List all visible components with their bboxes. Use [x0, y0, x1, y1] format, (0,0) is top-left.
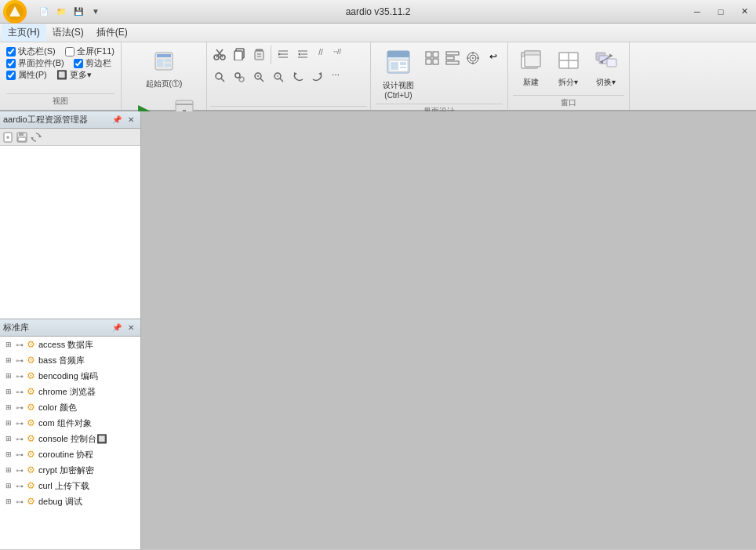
stdlib-item-com[interactable]: ⊞ ⊶ ⚙ com 组件对象 [0, 415, 140, 431]
svg-rect-48 [400, 67, 406, 68]
more-view-btn[interactable]: 🔲 更多▾ [56, 69, 92, 81]
resource-panel-controls: 📌 ✕ [111, 114, 137, 126]
search-button[interactable] [210, 68, 229, 88]
resource-panel-close[interactable]: ✕ [125, 114, 137, 126]
cut-button[interactable] [210, 46, 229, 65]
expand-icon-curl[interactable]: ⊞ [3, 480, 14, 491]
outdent-button[interactable] [293, 46, 312, 65]
stdlib-item-bass[interactable]: ⊞ ⊶ ⚙ bass 音频库 [0, 352, 140, 368]
props-checkbox[interactable]: 属性(P) [6, 69, 47, 81]
svg-rect-6 [165, 64, 171, 67]
svg-rect-3 [157, 54, 171, 57]
expand-icon-crypt[interactable]: ⊞ [3, 464, 14, 475]
expand-icon-bencoding[interactable]: ⊞ [3, 370, 14, 381]
redo-button[interactable] [308, 68, 327, 88]
resource-panel-header: aardio工程资源管理器 📌 ✕ [0, 111, 140, 129]
design-view-button[interactable]: 设计视图(Ctrl+U) [376, 46, 421, 104]
minimize-button[interactable]: ─ [685, 0, 709, 24]
target-icon [466, 51, 480, 67]
statusbar-check-input[interactable] [6, 47, 16, 56]
svg-rect-55 [446, 61, 459, 64]
indent-icon [277, 48, 289, 63]
resource-panel-pin[interactable]: 📌 [111, 114, 123, 126]
close-button[interactable]: ✕ [732, 0, 756, 24]
split-window-button[interactable]: 拆分▾ [551, 46, 587, 92]
zoom-out-button[interactable] [269, 68, 288, 88]
align-btn[interactable] [443, 49, 462, 70]
save-file-btn[interactable] [16, 131, 28, 144]
search-icon [213, 71, 226, 86]
paste-button[interactable] [249, 46, 268, 65]
sidebar-check-input[interactable] [74, 59, 83, 68]
target-btn[interactable] [463, 49, 482, 70]
switch-window-button[interactable]: 切换▾ [588, 46, 624, 92]
ribbon-group-code-tools: // ╌// [207, 42, 371, 110]
expand-icon-color[interactable]: ⊞ [3, 402, 14, 413]
expand-icon-bass[interactable]: ⊞ [3, 355, 14, 366]
menu-plugins[interactable]: 插件(E) [90, 24, 134, 42]
expand-icon-chrome[interactable]: ⊞ [3, 386, 14, 397]
menu-home[interactable]: 主页(H) [2, 24, 46, 42]
expand-icon-console[interactable]: ⊞ [3, 433, 14, 444]
copy-button[interactable] [230, 46, 249, 65]
more-tools-button[interactable]: ⋯ [328, 68, 343, 88]
stdlib-item-curl[interactable]: ⊞ ⊶ ⚙ curl 上传下载 [0, 478, 140, 494]
menu-syntax[interactable]: 语法(S) [46, 24, 90, 42]
comment-button[interactable]: // [313, 46, 329, 65]
fullscreen-check-input[interactable] [65, 47, 75, 56]
replace-button[interactable] [230, 68, 249, 88]
sidebar-checkbox[interactable]: 剪边栏 [74, 57, 111, 69]
resource-panel-tree[interactable] [0, 146, 140, 319]
start-page-button[interactable]: 起始页(①) [139, 46, 190, 93]
new-file-btn[interactable] [2, 131, 14, 144]
stdlib-panel-pin[interactable]: 📌 [111, 322, 123, 334]
controls-checkbox[interactable]: 界面控件(B) [6, 57, 64, 69]
gear-icon-curl: ⚙ [27, 480, 35, 491]
expand-icon-access[interactable]: ⊞ [3, 339, 14, 350]
maximize-button[interactable]: □ [709, 0, 732, 24]
indent-button[interactable] [274, 46, 293, 65]
undo-design-btn[interactable]: ↩ [484, 49, 503, 70]
svg-rect-52 [433, 59, 438, 64]
refresh-btn[interactable] [30, 131, 42, 144]
uncomment-button[interactable]: ╌// [329, 46, 345, 65]
redo-icon [311, 71, 324, 86]
fullscreen-checkbox[interactable]: 全屏(F11) [65, 46, 114, 57]
stdlib-item-crypt[interactable]: ⊞ ⊶ ⚙ crypt 加密解密 [0, 462, 140, 478]
stdlib-item-access[interactable]: ⊞ ⊶ ⚙ access 数据库 [0, 337, 140, 352]
svg-rect-51 [426, 59, 431, 64]
stdlib-panel-close[interactable]: ✕ [125, 322, 137, 334]
gear-icon-access: ⚙ [27, 339, 35, 350]
stdlib-item-coroutine[interactable]: ⊞ ⊶ ⚙ coroutine 协程 [0, 446, 140, 462]
svg-rect-49 [426, 52, 431, 57]
stdlib-item-chrome[interactable]: ⊞ ⊶ ⚙ chrome 浏览器 [0, 384, 140, 399]
svg-line-30 [221, 78, 224, 82]
expand-icon-debug[interactable]: ⊞ [3, 496, 14, 507]
start-page-icon [152, 49, 176, 77]
gear-icon-com: ⚙ [27, 417, 35, 428]
new-window-button[interactable]: 新建 [513, 46, 549, 92]
quick-extra-btn[interactable]: ▼ [88, 4, 104, 20]
stdlib-item-debug[interactable]: ⊞ ⊶ ⚙ debug 调试 [0, 494, 140, 509]
quick-open-btn[interactable]: 📁 [53, 4, 69, 20]
expand-icon-coroutine[interactable]: ⊞ [3, 449, 14, 460]
props-check-input[interactable] [6, 71, 16, 80]
quick-new-btn[interactable]: 📄 [36, 4, 52, 20]
stdlib-item-bencoding[interactable]: ⊞ ⊶ ⚙ bencoding 编码 [0, 368, 140, 384]
stdlib-item-color[interactable]: ⊞ ⊶ ⚙ color 颜色 [0, 399, 140, 415]
uncomment-icon: ╌// [333, 48, 341, 56]
stdlib-item-console[interactable]: ⊞ ⊶ ⚙ console 控制台🔲 [0, 431, 140, 446]
svg-point-29 [216, 73, 222, 79]
undo-button[interactable] [289, 68, 307, 88]
svg-rect-4 [157, 59, 163, 67]
resource-panel-toolbar [0, 129, 140, 146]
grid-btn[interactable] [423, 49, 442, 70]
controls-label: 界面控件(B) [18, 57, 64, 69]
svg-rect-8 [176, 104, 193, 105]
zoom-in-button[interactable] [249, 68, 268, 88]
controls-check-input[interactable] [6, 59, 16, 68]
quick-save-btn[interactable]: 💾 [71, 4, 86, 20]
expand-icon-com[interactable]: ⊞ [3, 417, 14, 428]
statusbar-checkbox[interactable]: 状态栏(S) [6, 46, 56, 57]
svg-rect-46 [391, 62, 398, 70]
